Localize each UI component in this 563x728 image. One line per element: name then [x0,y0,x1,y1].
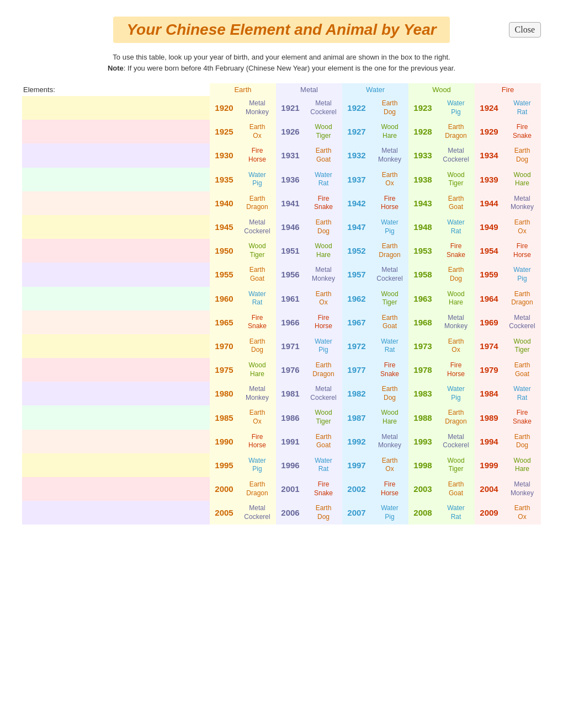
page-title: Your Chinese Element and Animal by Year [113,17,449,43]
year-cell: 1948 [408,215,437,239]
elem-animal-cell: EarthOx [305,287,342,311]
year-cell: 1942 [342,191,371,215]
year-cell: 1993 [408,430,437,453]
row-blank [22,287,210,311]
elem-animal-cell: WoodTiger [503,334,541,358]
year-cell: 1961 [276,287,305,311]
elem-animal-cell: WoodTiger [305,405,342,429]
elem-animal-cell: WaterPig [305,334,342,358]
elem-animal-cell: WoodTiger [437,168,475,191]
elem-animal-cell: WaterRat [503,96,541,120]
year-cell: 1966 [276,311,305,334]
year-cell: 1949 [475,215,503,239]
year-cell: 1971 [276,334,305,358]
year-cell: 1991 [276,430,305,453]
year-cell: 1928 [408,120,437,143]
year-cell: 1943 [408,191,437,215]
year-cell: 1921 [276,96,305,120]
elem-animal-cell: EarthDog [305,501,342,524]
year-cell: 1960 [210,287,238,311]
year-cell: 1963 [408,287,437,311]
elem-animal-cell: FireSnake [371,358,408,382]
elem-animal-cell: EarthOx [437,334,475,358]
year-cell: 1941 [276,191,305,215]
table-row: 1945MetalCockerel1946EarthDog1947WaterPi… [22,215,541,239]
elem-animal-cell: MetalCockerel [238,215,276,239]
row-blank [22,168,210,191]
table-row: 1990FireHorse1991EarthGoat1992MetalMonke… [22,430,541,453]
table-row: 1940EarthDragon1941FireSnake1942FireHors… [22,191,541,215]
year-cell: 1967 [342,311,371,334]
main-table: Elements: Earth Metal Water Wood Fire 19… [22,83,541,524]
elem-animal-cell: WoodHare [437,287,475,311]
elem-animal-cell: WoodTiger [371,287,408,311]
year-cell: 1939 [475,168,503,191]
elem-animal-cell: WaterPig [238,453,276,477]
elem-animal-cell: FireHorse [371,191,408,215]
year-cell: 1950 [210,239,238,263]
year-cell: 1996 [276,453,305,477]
elem-animal-cell: WaterRat [503,382,541,405]
instructions-line1: To use this table, look up your year of … [113,53,450,61]
instructions-note-bold: Note: If you were born before 4th Februa… [108,64,455,72]
table-row: 1935WaterPig1936WaterRat1937EarthOx1938W… [22,168,541,191]
elem-animal-cell: WoodTiger [437,453,475,477]
year-cell: 1934 [475,143,503,167]
elem-animal-cell: EarthDragon [437,120,475,143]
elem-animal-cell: WaterPig [238,168,276,191]
year-cell: 1957 [342,263,371,286]
elem-animal-cell: EarthDragon [437,405,475,429]
elem-animal-cell: FireHorse [503,239,541,263]
elem-animal-cell: EarthGoat [305,143,342,167]
year-cell: 1984 [475,382,503,405]
elem-animal-cell: WoodHare [371,405,408,429]
table-row: 1995WaterPig1996WaterRat1997EarthOx1998W… [22,453,541,477]
elem-animal-cell: MetalCockerel [503,311,541,334]
row-blank [22,382,210,405]
elem-animal-cell: WaterRat [305,168,342,191]
year-cell: 1937 [342,168,371,191]
year-cell: 1969 [475,311,503,334]
year-cell: 1974 [475,334,503,358]
elem-animal-cell: MetalMonkey [305,263,342,286]
year-cell: 1922 [342,96,371,120]
elem-animal-cell: MetalMonkey [238,96,276,120]
year-cell: 1975 [210,358,238,382]
year-cell: 1938 [408,168,437,191]
year-cell: 2001 [276,477,305,501]
table-row: 2000EarthDragon2001FireSnake2002FireHors… [22,477,541,501]
elem-animal-cell: FireHorse [437,358,475,382]
close-button[interactable]: Close [509,22,541,38]
row-blank [22,453,210,477]
year-cell: 1987 [342,405,371,429]
year-cell: 1932 [342,143,371,167]
instructions: To use this table, look up your year of … [22,52,541,73]
element-water-header: Water [342,83,408,96]
year-cell: 1926 [276,120,305,143]
year-cell: 1981 [276,382,305,405]
elem-animal-cell: WaterPig [437,96,475,120]
year-cell: 1927 [342,120,371,143]
elem-animal-cell: MetalMonkey [238,382,276,405]
elem-animal-cell: MetalMonkey [371,430,408,453]
year-cell: 2009 [475,501,503,524]
year-cell: 2005 [210,501,238,524]
year-cell: 1986 [276,405,305,429]
elem-animal-cell: WoodTiger [305,120,342,143]
year-cell: 1936 [276,168,305,191]
year-cell: 1944 [475,191,503,215]
year-cell: 1973 [408,334,437,358]
row-blank [22,215,210,239]
year-cell: 1947 [342,215,371,239]
year-cell: 1945 [210,215,238,239]
elem-animal-cell: EarthDog [503,430,541,453]
elem-animal-cell: EarthGoat [305,430,342,453]
elem-animal-cell: EarthDog [305,215,342,239]
year-cell: 1952 [342,239,371,263]
elem-animal-cell: WoodHare [503,168,541,191]
elem-animal-cell: MetalCockerel [437,430,475,453]
elem-animal-cell: WaterPig [503,263,541,286]
elem-animal-cell: EarthOx [371,453,408,477]
elem-animal-cell: EarthOx [503,215,541,239]
elem-animal-cell: EarthDragon [503,287,541,311]
